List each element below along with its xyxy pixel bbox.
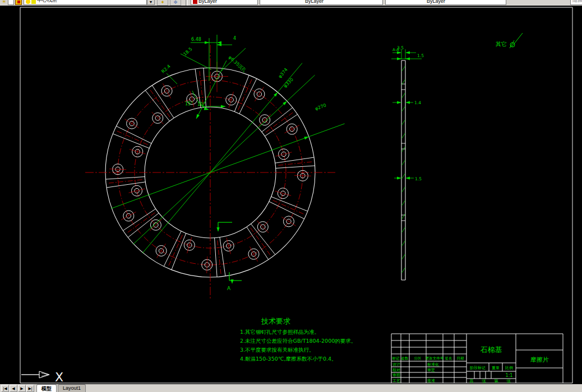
dim-side-bottom: 1.5 — [415, 176, 422, 181]
layout-tab-bar: |◀ ◀ ▶ ▶| 模型 Layout1 — [0, 384, 582, 392]
top-toolbar: ☀ 中心线层 ▼ ✦ ❖ ByLayer ByLayer ByLayer 随颜色 — [0, 0, 582, 6]
dim-angle-10: 10° — [197, 102, 205, 107]
titleblock-header-cell: 日期 — [457, 356, 464, 361]
drawing-canvas[interactable]: 6.48418.5φ6.35沉孔R2.415°10°φ374φ330φ270AA… — [0, 6, 582, 384]
lineweight-dropdown[interactable]: ByLayer — [385, 0, 506, 5]
titleblock-sheet-label: 张 — [482, 379, 486, 384]
tab-model[interactable]: 模型 — [36, 384, 57, 392]
titleblock-scale-label: 比例 — [505, 366, 513, 370]
first-tab-button[interactable]: |◀ — [1, 385, 9, 392]
dim-radius: R2.4 — [160, 64, 172, 74]
plotstyle-dropdown-value: 随颜色 — [572, 0, 582, 4]
sheet-border — [20, 7, 572, 383]
titleblock-sheet-label: 张 — [506, 379, 511, 384]
toolbar-separator — [186, 0, 188, 6]
layer-dropdown[interactable]: 中心线层 — [24, 0, 147, 5]
plotstyle-dropdown[interactable]: 随颜色 — [570, 0, 582, 5]
layer-dropdown-value: 中心线层 — [37, 0, 57, 4]
section-marks: A — [216, 222, 242, 291]
layer-settings-icon[interactable]: ☀ — [1, 0, 7, 5]
titleblock-approve-row: 批准 — [427, 379, 435, 383]
titleblock-sign-row: 审核 — [392, 373, 400, 377]
dim-diag-right: φ6.35沉孔 — [228, 55, 248, 74]
titleblock-header-cell: 处数 — [401, 356, 409, 361]
tech-req-item: 3.不平度要求按有关标准执行。 — [240, 347, 315, 353]
next-tab-button[interactable]: ▶ — [18, 385, 26, 392]
layer-freeze-icon — [31, 0, 36, 4]
titleblock-header-cell: 更改文件号 — [426, 356, 444, 361]
titleblock-approve-row: 标准化 — [427, 362, 439, 367]
tech-requirements: 技术要求1.其它铆钉孔尺寸参照样品为准。2.未注尺寸公差应符合GB/T1804-… — [240, 317, 356, 362]
titleblock-approve-row: 审定 — [427, 368, 435, 372]
titleblock-part-name: 摩擦片 — [530, 356, 549, 363]
titleblock-header-cell: 标记 — [392, 356, 400, 361]
dim-diameter-leader: φ374 — [278, 67, 289, 80]
dim-side-width: 3.5 — [397, 45, 404, 50]
lineweight-dropdown-value: ByLayer — [427, 0, 445, 4]
tab-layout1[interactable]: Layout1 — [58, 384, 86, 392]
titleblock-sign-row: 校对 — [392, 368, 400, 372]
layer-previous-icon[interactable]: ❖ — [170, 0, 181, 6]
linetype-dropdown[interactable]: ByLayer — [260, 0, 383, 5]
ucs-x-label: X — [55, 370, 63, 384]
titleblock-header-cell: 签名 — [445, 356, 452, 361]
make-object-layer-current-icon[interactable]: ✦ — [157, 0, 168, 6]
tech-req-item: 1.其它铆钉孔尺寸参照样品为准。 — [240, 329, 320, 335]
new-layer-icon[interactable] — [8, 0, 14, 5]
titleblock-stage-label: 阶段标记 — [470, 366, 486, 370]
layers-icon[interactable] — [15, 0, 22, 5]
dim-diameter-leader: φ330 — [283, 77, 294, 89]
surface-roughness-note: 其它 — [496, 33, 523, 48]
color-dropdown-value: ByLayer — [198, 0, 217, 4]
title-block: 标记处数分区更改文件号签名日期设计校对审核工艺标准化审定批准石棉基摩擦片阶段标记… — [391, 334, 563, 384]
titleblock-sheet-label: 第 — [494, 379, 498, 384]
linetype-dropdown-value: ByLayer — [305, 0, 324, 4]
layer-on-icon — [26, 0, 30, 4]
layer-dropdown-arrow[interactable]: ▼ — [147, 0, 155, 5]
titleblock-weight-label: 重量 — [492, 366, 500, 370]
titleblock-sign-row: 工艺 — [392, 379, 400, 383]
tech-req-item: 4.耐温150-350℃,摩擦系数不小于0.4。 — [240, 356, 337, 362]
dim-diameter-leader: φ270 — [315, 102, 327, 111]
last-tab-button[interactable]: ▶| — [26, 385, 34, 392]
dim-diag-left: 18.5 — [182, 46, 193, 57]
tech-req-item: 2.未注尺寸公差应符合GB/T1804-2000的要求。 — [240, 338, 356, 344]
titleblock-header-cell: 分区 — [414, 356, 422, 361]
color-swatch-icon — [193, 0, 197, 4]
roughness-note-text: 其它 — [496, 41, 507, 47]
section-letter-a: A — [227, 286, 231, 291]
color-dropdown[interactable]: ByLayer — [191, 0, 258, 5]
dim-6-48: 6.48 — [191, 37, 201, 42]
dim-4: 4 — [233, 36, 236, 41]
dim-angle-15: 15° — [185, 101, 193, 106]
prev-tab-button[interactable]: ◀ — [10, 385, 17, 392]
ucs-icon: X — [21, 370, 63, 384]
titleblock-scale-value: 1:1 — [506, 373, 513, 378]
titleblock-material: 石棉基 — [481, 346, 502, 354]
titleblock-sign-row: 设计 — [392, 362, 400, 367]
titleblock-sheet-label: 共 — [469, 379, 474, 384]
dim-side-mid: 1.4 — [414, 100, 421, 105]
section-side-view: A-A3.51.51.41.5 — [391, 45, 424, 280]
dim-side-right: 1.5 — [417, 53, 424, 58]
tech-req-title: 技术要求 — [261, 317, 290, 325]
